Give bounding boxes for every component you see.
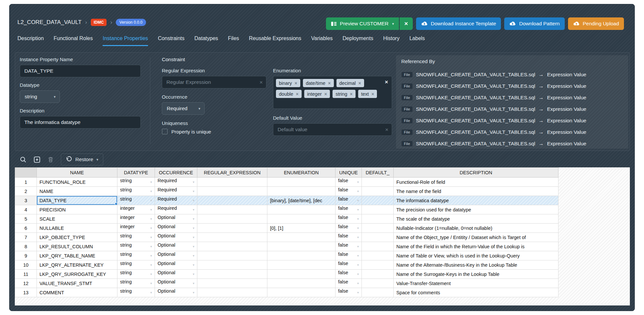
table-row[interactable]: 10 LKP_QRY_ALTERNATE_KEY ▾ string ▾ Opti… <box>15 260 558 270</box>
regular-expression-cell[interactable] <box>197 279 267 288</box>
unique-cell[interactable]: ▾ false <box>335 178 362 187</box>
default-cell[interactable] <box>362 270 394 279</box>
datatype-select[interactable]: string ▾ <box>20 90 60 103</box>
download-instance-template-button[interactable]: Download Instance Template <box>416 17 501 30</box>
datatype-cell[interactable]: ▾ string <box>117 233 155 242</box>
default-cell[interactable] <box>362 224 394 233</box>
enumeration-tag[interactable]: integer × <box>304 90 330 98</box>
datatype-cell[interactable]: ▾ string <box>117 251 155 260</box>
tab[interactable]: Functional Roles <box>54 36 93 46</box>
occurrence-cell[interactable]: ▾ Optional <box>155 242 197 251</box>
row-number-cell[interactable]: 13 <box>15 288 37 297</box>
clear-enumeration-icon[interactable]: × <box>385 79 388 85</box>
column-header[interactable]: DEFAULT_ <box>362 168 394 178</box>
occurrence-cell[interactable]: ▾ Optional <box>155 224 197 233</box>
tab[interactable]: Files <box>228 36 239 46</box>
description-cell[interactable]: The name of the field <box>394 187 558 196</box>
enumeration-cell[interactable] <box>267 260 335 270</box>
table-row[interactable]: 3 DATA_TYPE ▾ string ▾ Required [ <box>15 196 558 205</box>
remove-tag-icon[interactable]: × <box>295 81 297 86</box>
unique-cell[interactable]: ▾ false <box>335 270 362 279</box>
table-row[interactable]: 12 VALUE_TRANSF_STMT ▾ string ▾ Optional <box>15 279 558 288</box>
column-header[interactable]: OCCURRENCE <box>155 168 197 178</box>
unique-cell[interactable]: ▾ false <box>335 242 362 251</box>
occurrence-cell[interactable]: ▾ Required <box>155 187 197 196</box>
referenced-file-link[interactable]: SNOWFLAKE_CREATE_DATA_VAULT_TABLES.sql <box>416 106 535 112</box>
tab[interactable]: Deployments <box>343 36 373 46</box>
datatype-cell[interactable]: ▾ string <box>117 260 155 270</box>
name-cell[interactable]: SCALE <box>37 214 117 224</box>
row-number-cell[interactable]: 9 <box>15 251 37 260</box>
regular-expression-cell[interactable] <box>197 270 267 279</box>
description-cell[interactable]: Name of the Field in which the Return-Va… <box>394 242 558 251</box>
regular-expression-cell[interactable] <box>197 242 267 251</box>
idmc-badge[interactable]: IDMC <box>91 19 107 26</box>
table-row[interactable]: 1 FUNCTIONAL_ROLE ▾ string ▾ Required <box>15 178 558 187</box>
restore-button[interactable]: Restore ▾ <box>61 154 103 165</box>
default-cell[interactable] <box>362 214 394 224</box>
row-number-cell[interactable]: 3 <box>15 196 37 205</box>
row-number-cell[interactable]: 6 <box>15 224 37 233</box>
column-header[interactable]: REGULAR_EXPRESSION <box>197 168 267 178</box>
tab[interactable]: Labels <box>409 36 425 46</box>
clear-regular-expression-icon[interactable]: × <box>260 80 263 85</box>
unique-cell[interactable]: ▾ false <box>335 205 362 214</box>
default-cell[interactable] <box>362 260 394 270</box>
regular-expression-cell[interactable] <box>197 251 267 260</box>
name-cell[interactable]: LKP_QRY_TABLE_NAME <box>37 251 117 260</box>
enumeration-cell[interactable] <box>267 214 335 224</box>
datatype-cell[interactable]: ▾ string <box>117 288 155 297</box>
enumeration-cell[interactable] <box>267 279 335 288</box>
occurrence-cell[interactable]: ▾ Optional <box>155 260 197 270</box>
name-cell[interactable]: NULLABLE <box>37 224 117 233</box>
tab[interactable]: Constraints <box>158 36 185 46</box>
remove-tag-icon[interactable]: × <box>350 91 353 97</box>
regular-expression-cell[interactable] <box>197 196 267 205</box>
column-header[interactable]: DESCRIPTION <box>394 168 558 178</box>
enumeration-tag[interactable]: binary × <box>276 79 300 87</box>
column-header[interactable] <box>15 168 37 178</box>
name-cell[interactable]: VALUE_TRANSF_STMT <box>37 279 117 288</box>
description-cell[interactable]: Value-Transfer-Statement <box>394 279 558 288</box>
default-cell[interactable] <box>362 288 394 297</box>
description-cell[interactable]: The precision used for the datatype <box>394 205 558 214</box>
description-cell[interactable]: Name of the Alternate-/Business-Key in t… <box>394 260 558 270</box>
table-row[interactable]: 4 PRECISION ▾ integer ▾ Required <box>15 205 558 214</box>
regular-expression-cell[interactable] <box>197 178 267 187</box>
default-cell[interactable] <box>362 242 394 251</box>
regular-expression-cell[interactable] <box>197 224 267 233</box>
property-is-unique-checkbox[interactable] <box>162 129 168 134</box>
description-input[interactable] <box>20 116 141 129</box>
table-row[interactable]: 5 SCALE ▾ integer ▾ Optional <box>15 214 558 224</box>
referenced-file-link[interactable]: SNOWFLAKE_CREATE_DATA_VAULT_TABLES.sql <box>416 118 535 124</box>
close-preview-button[interactable]: × <box>400 17 413 30</box>
breadcrumb-root[interactable]: L2_CORE_DATA_VAULT <box>17 19 82 26</box>
description-cell[interactable]: Space for comments <box>394 288 558 297</box>
default-cell[interactable] <box>362 205 394 214</box>
default-cell[interactable] <box>362 196 394 205</box>
row-number-cell[interactable]: 4 <box>15 205 37 214</box>
occurrence-cell[interactable]: ▾ Optional <box>155 214 197 224</box>
name-cell[interactable]: LKP_RESULT_COLUMN <box>37 242 117 251</box>
datatype-cell[interactable]: ▾ string <box>117 279 155 288</box>
referenced-file-link[interactable]: SNOWFLAKE_CREATE_DATA_VAULT_TABLES.sql <box>416 83 535 89</box>
table-row[interactable]: 2 NAME ▾ string ▾ Required <box>15 187 558 196</box>
search-button[interactable] <box>17 154 29 165</box>
referenced-file-link[interactable]: SNOWFLAKE_CREATE_DATA_VAULT_TABLES.sql <box>416 129 535 135</box>
remove-tag-icon[interactable]: × <box>296 91 299 97</box>
tab[interactable]: Variables <box>311 36 333 46</box>
enumeration-cell[interactable]: [0], [1] <box>267 224 335 233</box>
default-value-input[interactable] <box>273 123 392 136</box>
description-cell[interactable]: The scale of the datatype <box>394 214 558 224</box>
description-cell[interactable]: Name of the Surrogate-Keys in the Lookup… <box>394 270 558 279</box>
unique-cell[interactable]: ▾ false <box>335 279 362 288</box>
unique-cell[interactable]: ▾ false <box>335 251 362 260</box>
column-header[interactable]: NAME <box>37 168 117 178</box>
row-number-cell[interactable]: 11 <box>15 270 37 279</box>
description-cell[interactable]: Functional-Role of field <box>394 178 558 187</box>
column-header[interactable]: ENUMERATION <box>267 168 335 178</box>
table-row[interactable]: 11 LKP_QRY_SURROGATE_KEY ▾ string ▾ Opti… <box>15 270 558 279</box>
enumeration-cell[interactable]: [binary], [date/time], [dec <box>267 196 335 205</box>
datatype-cell[interactable]: ▾ integer <box>117 205 155 214</box>
row-number-cell[interactable]: 7 <box>15 233 37 242</box>
